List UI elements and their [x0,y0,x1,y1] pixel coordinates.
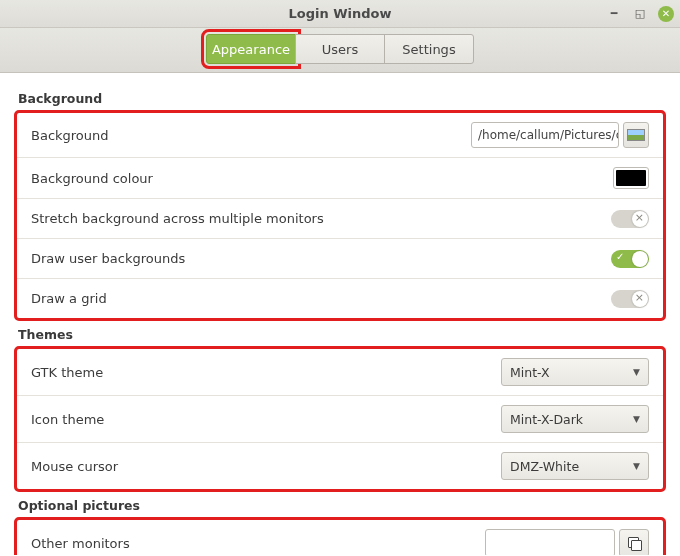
browse-icon [628,537,640,549]
input-other-monitors[interactable] [485,529,615,555]
row-background-colour: Background colour [17,157,663,198]
section-title-themes: Themes [18,327,662,342]
close-button[interactable]: ✕ [658,6,674,22]
row-gtk-theme: GTK theme Mint-X ▼ [17,349,663,395]
label-mouse-cursor: Mouse cursor [31,459,501,474]
combo-mouse-cursor[interactable]: DMZ-White ▼ [501,452,649,480]
tab-appearance-label: Appearance [212,42,290,57]
switch-stretch-background[interactable] [611,210,649,228]
image-thumbnail-icon [627,129,645,141]
row-background-image: Background /home/callum/Pictures/ca [17,113,663,157]
label-other-monitors: Other monitors [31,536,485,551]
button-background-colour[interactable] [613,167,649,189]
combo-mouse-cursor-value: DMZ-White [510,459,579,474]
label-draw-user-backgrounds: Draw user backgrounds [31,251,611,266]
tab-users-label: Users [322,42,358,57]
chevron-down-icon: ▼ [633,414,640,424]
combo-gtk-theme-value: Mint-X [510,365,550,380]
row-draw-user-backgrounds: Draw user backgrounds [17,238,663,278]
window-title: Login Window [288,6,391,21]
section-optional-pictures: Other monitors Bottom left [16,519,664,555]
button-background-browse[interactable] [623,122,649,148]
section-title-optional-pictures: Optional pictures [18,498,662,513]
tab-settings[interactable]: Settings [384,34,474,64]
section-background: Background /home/callum/Pictures/ca Back… [16,112,664,319]
label-gtk-theme: GTK theme [31,365,501,380]
switch-draw-user-backgrounds[interactable] [611,250,649,268]
switch-draw-grid[interactable] [611,290,649,308]
window-controls: ━ ◱ ✕ [606,0,674,27]
row-draw-grid: Draw a grid [17,278,663,318]
combo-icon-theme-value: Mint-X-Dark [510,412,583,427]
chevron-down-icon: ▼ [633,367,640,377]
maximize-button[interactable]: ◱ [632,6,648,22]
content-area: Background Background /home/callum/Pictu… [0,73,680,555]
label-background: Background [31,128,471,143]
input-background-path-text: /home/callum/Pictures/ca [478,128,619,142]
row-other-monitors: Other monitors [17,520,663,555]
row-stretch-background: Stretch background across multiple monit… [17,198,663,238]
window-titlebar: Login Window ━ ◱ ✕ [0,0,680,28]
tab-users[interactable]: Users [295,34,385,64]
button-other-monitors-browse[interactable] [619,529,649,555]
row-icon-theme: Icon theme Mint-X-Dark ▼ [17,395,663,442]
input-background-path[interactable]: /home/callum/Pictures/ca [471,122,619,148]
label-stretch-background: Stretch background across multiple monit… [31,211,611,226]
section-title-background: Background [18,91,662,106]
tab-settings-label: Settings [402,42,455,57]
colour-swatch-preview [616,170,646,186]
label-background-colour: Background colour [31,171,613,186]
chevron-down-icon: ▼ [633,461,640,471]
combo-icon-theme[interactable]: Mint-X-Dark ▼ [501,405,649,433]
minimize-button[interactable]: ━ [606,6,622,22]
label-icon-theme: Icon theme [31,412,501,427]
combo-gtk-theme[interactable]: Mint-X ▼ [501,358,649,386]
tab-appearance[interactable]: Appearance [206,34,296,64]
tab-bar: Appearance Users Settings [0,28,680,73]
section-themes: GTK theme Mint-X ▼ Icon theme Mint-X-Dar… [16,348,664,490]
label-draw-grid: Draw a grid [31,291,611,306]
row-mouse-cursor: Mouse cursor DMZ-White ▼ [17,442,663,489]
